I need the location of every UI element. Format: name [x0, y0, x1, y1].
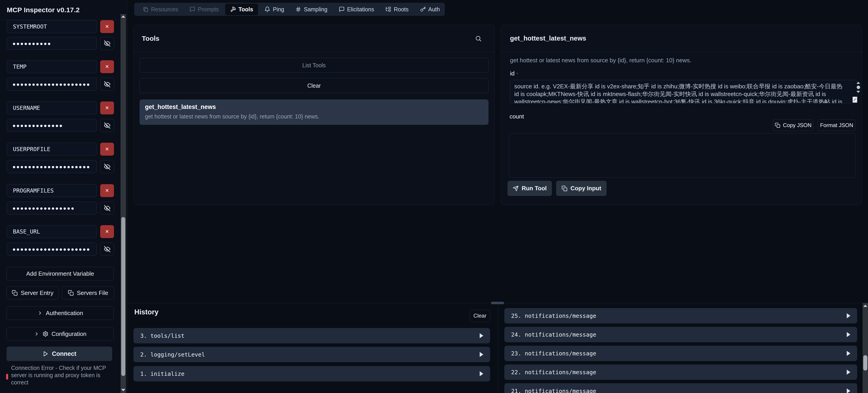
add-env-var-label: Add Environment Variable: [26, 270, 94, 277]
expand-arrow-icon: [847, 389, 850, 393]
tab-ping[interactable]: Ping: [259, 4, 289, 15]
textarea-scrollbar-thumb[interactable]: [857, 86, 860, 89]
bell-icon: [265, 6, 270, 12]
notification-item[interactable]: 25. notifications/message: [504, 308, 857, 324]
tools-panel-header: Tools: [134, 25, 494, 52]
history-item-label: 2. logging/setLevel: [140, 351, 205, 358]
tab-roots[interactable]: Roots: [380, 4, 413, 15]
expand-arrow-icon: [847, 332, 850, 337]
delete-env-var-button[interactable]: ×: [100, 225, 114, 238]
notification-item[interactable]: 24. notifications/message: [504, 327, 857, 342]
clear-tools-button[interactable]: Clear: [140, 78, 489, 93]
message-icon: [189, 6, 195, 12]
scroll-down-arrow-icon[interactable]: [857, 91, 860, 93]
toggle-visibility-button[interactable]: [100, 243, 114, 255]
history-clear-button[interactable]: Clear: [470, 310, 490, 322]
notification-item[interactable]: 23. notifications/message: [504, 346, 857, 361]
tree-icon: [385, 6, 391, 12]
count-field-editor[interactable]: [509, 133, 856, 177]
id-field-label: id: [510, 70, 515, 77]
x-icon: ×: [105, 146, 109, 152]
delete-env-var-button[interactable]: ×: [100, 143, 114, 156]
sidebar: MCP Inspector v0.17.2 × × × × × × Add En…: [0, 0, 127, 393]
x-icon: ×: [105, 188, 109, 194]
env-value-input[interactable]: [7, 243, 97, 255]
tools-panel-title: Tools: [142, 35, 159, 43]
delete-env-var-button[interactable]: ×: [100, 102, 114, 114]
env-value-input[interactable]: [7, 160, 97, 173]
history-notifications-divider: [498, 303, 498, 393]
scroll-down-arrow-icon[interactable]: [121, 389, 125, 391]
env-value-input[interactable]: [7, 37, 97, 50]
pane-resize-handle[interactable]: [491, 302, 504, 304]
env-key-input[interactable]: [7, 225, 97, 238]
notifications-scrollbar-thumb[interactable]: [863, 355, 867, 371]
tool-list-item-selected[interactable]: get_hottest_latest_news get hottest or l…: [140, 100, 489, 125]
toggle-visibility-button[interactable]: [100, 119, 114, 132]
env-key-input[interactable]: [7, 143, 97, 156]
sidebar-scrollbar-thumb[interactable]: [121, 217, 125, 376]
history-item[interactable]: 3. tools/list: [133, 328, 490, 343]
add-environment-variable-button[interactable]: Add Environment Variable: [6, 267, 114, 280]
expand-arrow-icon: [480, 333, 483, 338]
toggle-visibility-button[interactable]: [100, 37, 114, 50]
toggle-visibility-button[interactable]: [100, 160, 114, 173]
history-item[interactable]: 1. initialize: [133, 366, 490, 382]
notifications-scrollbar[interactable]: [863, 303, 868, 393]
x-icon: ×: [105, 64, 109, 70]
message-icon: [339, 6, 345, 12]
copy-icon: [12, 290, 18, 296]
env-value-input[interactable]: [7, 78, 97, 91]
run-tool-button[interactable]: Run Tool: [507, 181, 552, 196]
expand-arrow-icon: [847, 313, 850, 318]
server-entry-button[interactable]: Server Entry: [6, 286, 59, 300]
delete-env-var-button[interactable]: ×: [100, 60, 114, 73]
delete-env-var-button[interactable]: ×: [100, 184, 114, 197]
notification-item[interactable]: 22. notifications/message: [504, 364, 857, 380]
tools-panel: Tools List Tools Clear get_hottest_lates…: [133, 25, 495, 205]
servers-file-button[interactable]: Servers File: [62, 286, 114, 300]
tab-label: Roots: [394, 6, 408, 13]
delete-env-var-button[interactable]: ×: [100, 20, 114, 33]
tab-tools[interactable]: Tools: [225, 4, 258, 15]
authentication-toggle[interactable]: Authentication: [6, 306, 114, 320]
format-json-button[interactable]: Format JSON: [818, 119, 856, 131]
env-key-input[interactable]: [7, 102, 97, 114]
tab-label: Prompts: [198, 6, 219, 13]
env-key-input[interactable]: [7, 20, 97, 33]
error-indicator-icon: [6, 374, 8, 380]
scroll-up-arrow-icon[interactable]: [863, 305, 867, 307]
env-value-input[interactable]: [7, 202, 97, 215]
history-item[interactable]: 2. logging/setLevel: [133, 347, 490, 362]
configuration-label: Configuration: [52, 331, 87, 337]
expand-arrow-icon: [847, 351, 850, 356]
copy-json-button[interactable]: Copy JSON: [773, 119, 813, 131]
connect-button[interactable]: Connect: [6, 346, 112, 361]
count-field-label: count: [509, 113, 524, 120]
resize-grip-icon[interactable]: [852, 97, 857, 103]
env-value-input[interactable]: [7, 119, 97, 132]
tab-prompts[interactable]: Prompts: [185, 4, 224, 15]
env-key-input[interactable]: [7, 184, 97, 197]
chevron-right-icon: [34, 331, 39, 337]
list-tools-button[interactable]: List Tools: [140, 58, 489, 73]
tab-elicitations[interactable]: Elicitations: [334, 4, 379, 15]
toggle-visibility-button[interactable]: [100, 78, 114, 91]
toggle-visibility-button[interactable]: [100, 202, 114, 215]
detail-title: get_hottest_latest_news: [510, 35, 586, 42]
id-field-textarea[interactable]: source id. e.g. V2EX-最新分享 id is v2ex-sha…: [510, 80, 858, 103]
required-asterisk: *: [516, 72, 518, 76]
copy-input-button[interactable]: Copy Input: [556, 181, 607, 196]
notification-item[interactable]: 21. notifications/message: [504, 383, 857, 393]
tab-sampling[interactable]: Sampling: [290, 4, 332, 15]
tab-resources[interactable]: Resources: [138, 4, 183, 15]
configuration-toggle[interactable]: Configuration: [6, 327, 114, 341]
search-icon[interactable]: [475, 35, 482, 42]
servers-file-label: Servers File: [77, 289, 108, 297]
eye-off-icon: [104, 205, 111, 212]
scroll-up-arrow-icon[interactable]: [121, 16, 125, 18]
env-key-input[interactable]: [7, 60, 97, 73]
tab-auth[interactable]: Auth: [415, 4, 445, 15]
scroll-up-arrow-icon[interactable]: [857, 82, 860, 84]
history-clear-label: Clear: [473, 313, 486, 319]
